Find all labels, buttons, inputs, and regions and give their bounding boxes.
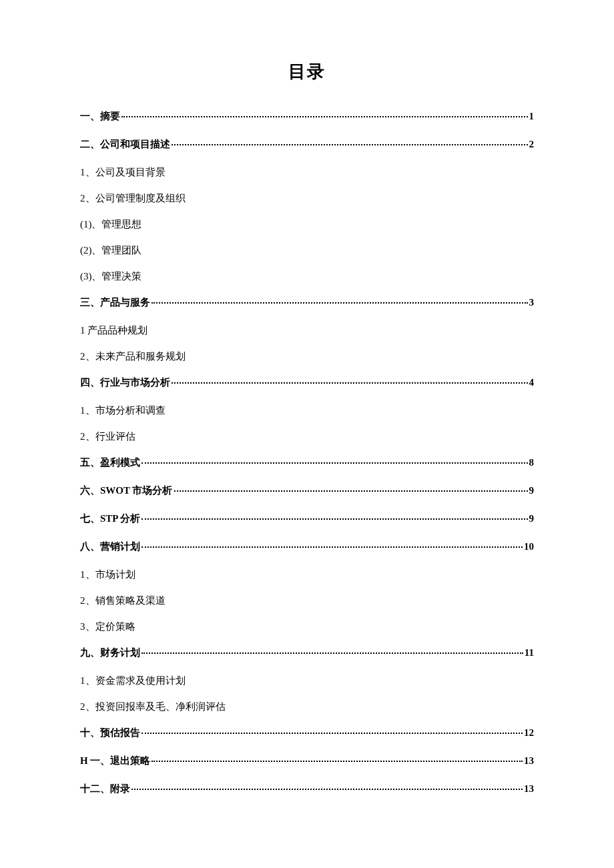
toc-sub-entry: 2、公司管理制度及组织 <box>80 192 534 205</box>
toc-entry-page: 13 <box>524 755 534 767</box>
toc-dots <box>151 761 523 762</box>
toc-main-entry: 十、预估报告12 <box>80 727 534 739</box>
toc-sub-entry: 2、行业评估 <box>80 430 534 443</box>
toc-entry-label: 七、STP 分析 <box>80 512 140 525</box>
toc-entry-page: 1 <box>529 111 535 122</box>
toc-entry-label: 九、财务计划 <box>80 646 140 659</box>
toc-main-entry: 八、营销计划10 <box>80 540 534 553</box>
toc-dots <box>141 518 527 520</box>
toc-main-entry: 五、盈利模式8 <box>80 456 534 469</box>
toc-main-entry: 一、摘要1 <box>80 110 534 123</box>
toc-sub-entry: (2)、管理团队 <box>80 244 534 257</box>
toc-entry-page: 9 <box>529 485 535 496</box>
toc-dots <box>174 490 528 492</box>
toc-entry-page: 8 <box>529 457 535 468</box>
toc-main-entry: 二、公司和项目描述2 <box>80 138 534 151</box>
toc-dots <box>131 789 523 790</box>
toc-main-entry: 七、STP 分析9 <box>80 512 534 525</box>
toc-entry-page: 11 <box>525 647 534 659</box>
toc-sub-entry: 2、销售策略及渠道 <box>80 594 534 607</box>
toc-main-entry: 九、财务计划11 <box>80 646 534 659</box>
toc-main-entry: 三、产品与服务3 <box>80 296 534 309</box>
toc-entry-label: 三、产品与服务 <box>80 296 150 309</box>
toc-dots <box>141 733 523 734</box>
toc-sub-entry: 1、市场计划 <box>80 568 534 581</box>
toc-entry-page: 10 <box>524 541 534 552</box>
toc-dots <box>141 653 523 654</box>
toc-entry-page: 4 <box>529 377 535 388</box>
toc-dots <box>172 144 528 145</box>
toc-dots <box>121 116 528 117</box>
toc-sub-entry: 1 产品品种规划 <box>80 324 534 337</box>
toc-entry-label: H 一、退出策略 <box>80 755 150 767</box>
toc-sub-entry: 2、未来产品和服务规划 <box>80 350 534 363</box>
toc-container: 一、摘要1二、公司和项目描述21、公司及项目背景2、公司管理制度及组织(1)、管… <box>80 110 534 795</box>
toc-main-entry: 四、行业与市场分析4 <box>80 376 534 389</box>
toc-title: 目录 <box>80 60 534 83</box>
toc-main-entry: H 一、退出策略13 <box>80 755 534 767</box>
toc-sub-entry: (3)、管理决策 <box>80 270 534 283</box>
toc-dots <box>141 462 528 464</box>
toc-entry-page: 13 <box>524 783 534 795</box>
toc-main-entry: 六、SWOT 市场分析9 <box>80 484 534 497</box>
toc-entry-label: 六、SWOT 市场分析 <box>80 484 173 497</box>
toc-entry-label: 五、盈利模式 <box>80 456 140 469</box>
toc-main-entry: 十二、附录13 <box>80 783 534 795</box>
toc-entry-page: 3 <box>529 297 535 308</box>
toc-dots <box>151 302 528 304</box>
toc-entry-page: 9 <box>529 513 535 524</box>
toc-entry-page: 2 <box>529 139 535 150</box>
toc-dots <box>172 382 528 384</box>
toc-entry-page: 12 <box>524 727 534 739</box>
toc-sub-entry: (1)、管理思想 <box>80 218 534 231</box>
toc-entry-label: 四、行业与市场分析 <box>80 376 170 389</box>
toc-entry-label: 十、预估报告 <box>80 727 140 739</box>
toc-sub-entry: 1、市场分析和调查 <box>80 404 534 417</box>
toc-sub-entry: 1、资金需求及使用计划 <box>80 675 534 687</box>
toc-sub-entry: 2、投资回报率及毛、净利润评估 <box>80 701 534 713</box>
toc-entry-label: 八、营销计划 <box>80 540 140 553</box>
toc-sub-entry: 1、公司及项目背景 <box>80 166 534 179</box>
toc-entry-label: 二、公司和项目描述 <box>80 138 170 151</box>
toc-dots <box>141 546 523 548</box>
toc-sub-entry: 3、定价策略 <box>80 620 534 633</box>
toc-entry-label: 一、摘要 <box>80 110 120 123</box>
toc-entry-label: 十二、附录 <box>80 783 130 795</box>
